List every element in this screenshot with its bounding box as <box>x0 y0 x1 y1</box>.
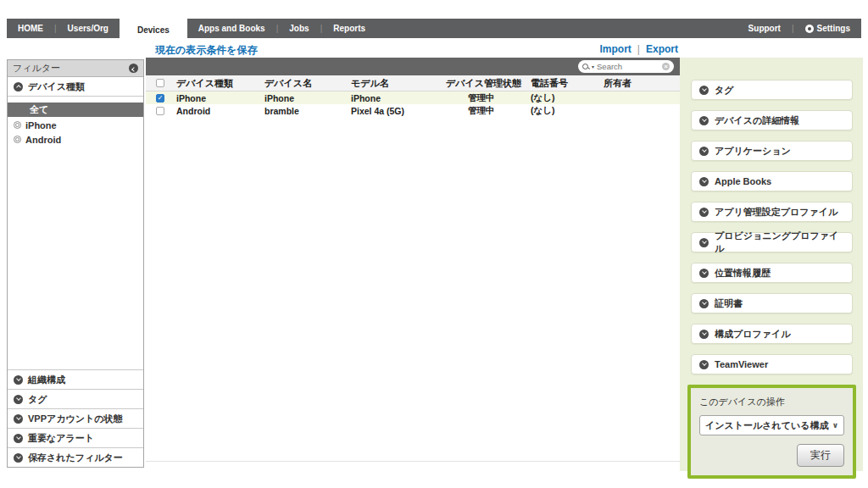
section-label: デバイスの詳細情報 <box>715 114 799 127</box>
cell-phone-number: (なし) <box>531 92 604 104</box>
nav-tab-reports[interactable]: Reports <box>322 24 376 33</box>
column-header[interactable]: デバイス種類 <box>176 77 264 90</box>
filter-section-label: 保存されたフィルター <box>28 452 123 464</box>
section-applications[interactable]: アプリケーション <box>691 141 853 161</box>
nav-tab-home[interactable]: HOME <box>7 24 54 33</box>
section-teamviewer[interactable]: TeamViewer <box>691 354 853 374</box>
chevron-down-icon <box>14 395 23 404</box>
execute-button[interactable]: 実行 <box>797 444 844 467</box>
filter-sidebar-header: フィルター <box>8 60 143 77</box>
chevron-down-icon <box>14 375 23 385</box>
section-config-profile[interactable]: 構成プロファイル <box>691 324 853 344</box>
search-icon <box>582 64 589 70</box>
gear-icon <box>805 25 814 33</box>
import-link[interactable]: Import <box>600 43 632 55</box>
filter-section-org[interactable]: 組織構成 <box>8 369 143 389</box>
section-device-details[interactable]: デバイスの詳細情報 <box>691 110 853 130</box>
collapse-sidebar-icon[interactable] <box>129 64 138 73</box>
table-row[interactable]: ✓ iPhone iPhone iPhone 管理中 (なし) <box>146 92 680 104</box>
operations-title: このデバイスの操作 <box>699 396 844 408</box>
settings-link[interactable]: Settings <box>794 24 861 33</box>
cell-device-type: iPhone <box>176 93 264 103</box>
table-toolbar: ▾ × <box>146 58 680 75</box>
filter-section-saved-filters[interactable]: 保存されたフィルター <box>8 447 143 467</box>
chevron-down-icon <box>699 299 709 308</box>
nav-tab-jobs[interactable]: Jobs <box>278 24 320 33</box>
device-detail-panel: タグ デバイスの詳細情報 アプリケーション Apple Books アプリ管理設… <box>680 58 863 471</box>
section-label: アプリ管理設定プロファイル <box>715 206 837 219</box>
section-label: Apple Books <box>715 176 771 186</box>
cell-device-name: iPhone <box>264 93 351 103</box>
section-label: 構成プロファイル <box>715 328 791 341</box>
section-label: アプリケーション <box>715 145 791 158</box>
column-header[interactable]: 電話番号 <box>531 77 604 90</box>
device-table-area: ▾ × デバイス種類 デバイス名 モデル名 デバイス管理状態 電話番号 所有者 … <box>146 58 680 462</box>
section-label: 位置情報履歴 <box>715 267 771 280</box>
export-link[interactable]: Export <box>646 43 678 55</box>
section-location-history[interactable]: 位置情報履歴 <box>691 263 853 283</box>
section-label: 証明書 <box>715 297 743 310</box>
filter-option-android[interactable]: Android <box>8 133 143 146</box>
cell-device-name: bramble <box>264 106 351 116</box>
clear-search-icon[interactable]: × <box>662 63 670 70</box>
chevron-down-icon <box>14 453 23 463</box>
section-certificates[interactable]: 証明書 <box>691 293 853 313</box>
search-scope-caret-icon[interactable]: ▾ <box>592 64 594 69</box>
row-checkbox[interactable] <box>156 107 164 115</box>
filter-title: フィルター <box>13 62 60 75</box>
save-current-view-link[interactable]: 現在の表示条件を保存 <box>155 43 258 58</box>
select-all-checkbox[interactable] <box>156 79 164 87</box>
section-apple-books[interactable]: Apple Books <box>691 171 853 191</box>
chevron-down-icon <box>699 208 709 217</box>
chevron-up-icon <box>14 82 23 92</box>
filter-section-tags[interactable]: タグ <box>8 389 143 408</box>
filter-section-device-type[interactable]: デバイス種類 <box>8 77 143 97</box>
section-provisioning-profile[interactable]: プロビジョニングプロファイル <box>691 232 853 252</box>
chevron-down-icon <box>699 330 709 339</box>
chevron-down-icon <box>699 147 709 156</box>
filter-sidebar: フィルター デバイス種類 全て iPhone Android 組織構成 タグ V… <box>7 59 144 468</box>
cell-mgmt-status: 管理中 <box>446 92 531 104</box>
section-label: TeamViewer <box>715 359 768 369</box>
filter-section-label: 組織構成 <box>28 374 65 386</box>
section-tags[interactable]: タグ <box>691 80 853 100</box>
chevron-down-icon: ∨ <box>832 421 838 430</box>
radio-icon <box>14 136 21 143</box>
filter-option-all[interactable]: 全て <box>8 103 143 117</box>
row-checkbox[interactable]: ✓ <box>156 94 164 103</box>
nav-tab-devices[interactable]: Devices <box>120 19 187 42</box>
nav-tab-apps-and-books[interactable]: Apps and Books <box>187 24 276 33</box>
operation-dropdown[interactable]: インストールされている構成プロファイルを ∨ <box>699 415 844 435</box>
nav-tab-users-org[interactable]: Users/Org <box>57 24 120 33</box>
radio-icon <box>14 121 21 129</box>
settings-label: Settings <box>817 24 850 33</box>
search-input[interactable] <box>597 62 659 71</box>
cell-model-name: iPhone <box>351 93 446 103</box>
operation-dropdown-value: インストールされている構成プロファイルを <box>705 419 829 432</box>
table-row[interactable]: Android bramble Pixel 4a (5G) 管理中 (なし) <box>146 104 680 117</box>
filter-section-label: 重要なアラート <box>28 432 94 445</box>
chevron-down-icon <box>699 269 709 278</box>
chevron-down-icon <box>699 177 709 186</box>
column-header[interactable]: モデル名 <box>351 77 446 90</box>
link-separator: | <box>637 43 640 55</box>
section-app-mgmt-profile[interactable]: アプリ管理設定プロファイル <box>691 202 853 222</box>
search-box[interactable]: ▾ × <box>578 60 674 73</box>
device-operations-panel: このデバイスの操作 インストールされている構成プロファイルを ∨ 実行 <box>687 385 856 479</box>
chevron-down-icon <box>699 238 709 247</box>
chevron-down-icon <box>699 360 709 369</box>
top-nav-bar: HOME | Users/Org Devices Apps and Books … <box>7 19 861 38</box>
support-link[interactable]: Support <box>737 24 792 33</box>
filter-section-label: デバイス種類 <box>28 80 85 93</box>
column-header[interactable]: デバイス管理状態 <box>446 77 531 90</box>
section-label: タグ <box>715 84 734 97</box>
cell-device-type: Android <box>176 106 264 116</box>
cell-phone-number: (なし) <box>531 105 604 117</box>
filter-option-label: Android <box>25 135 61 145</box>
column-header[interactable]: デバイス名 <box>264 77 351 90</box>
filter-option-iphone[interactable]: iPhone <box>8 119 143 131</box>
chevron-down-icon <box>699 116 709 125</box>
column-header[interactable]: 所有者 <box>604 77 680 90</box>
filter-section-critical-alerts[interactable]: 重要なアラート <box>8 428 143 447</box>
filter-section-vpp-account[interactable]: VPPアカウントの状態 <box>8 408 143 428</box>
